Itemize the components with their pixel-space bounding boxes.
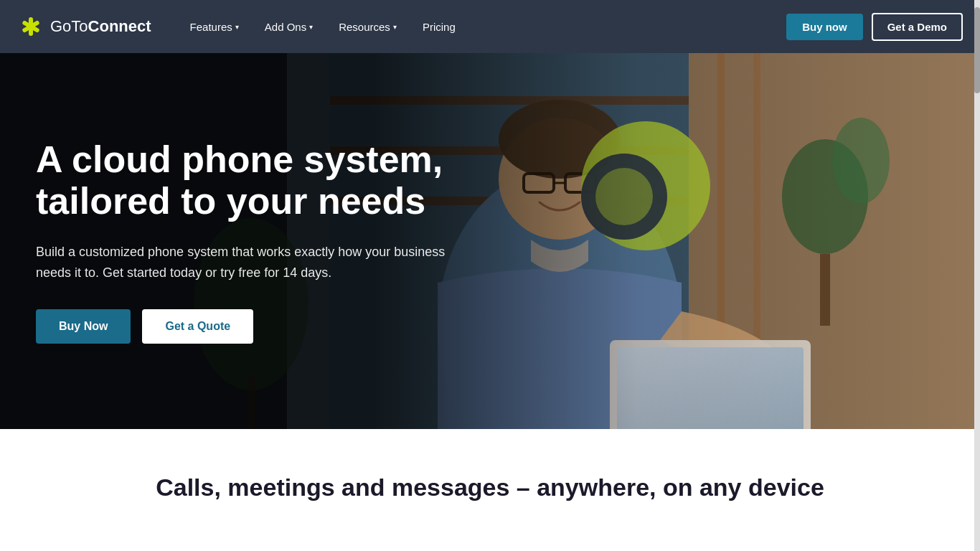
nav-pricing[interactable]: Pricing: [413, 15, 466, 39]
nav-get-demo-button[interactable]: Get a Demo: [872, 13, 963, 41]
below-hero-section: Calls, meetings and messages – anywhere,…: [0, 429, 980, 532]
hero-subtitle: Build a customized phone system that wor…: [36, 242, 452, 283]
nav-features[interactable]: Features ▾: [180, 15, 249, 39]
hero-section: A cloud phone system, tailored to your n…: [0, 53, 980, 429]
nav-buttons: Buy now Get a Demo: [786, 13, 963, 41]
scrollbar-thumb[interactable]: [974, 7, 980, 93]
navbar: GoToConnect Features ▾ Add Ons ▾ Resourc…: [0, 0, 980, 53]
logo-text: GoToConnect: [50, 17, 151, 36]
hero-buttons: Buy Now Get a Quote: [36, 309, 452, 344]
nav-links: Features ▾ Add Ons ▾ Resources ▾ Pricing: [180, 15, 787, 39]
scrollbar[interactable]: [974, 0, 980, 532]
hero-get-quote-button[interactable]: Get a Quote: [142, 309, 253, 344]
hero-buy-now-button[interactable]: Buy Now: [36, 309, 131, 344]
hero-content: A cloud phone system, tailored to your n…: [0, 53, 488, 429]
addons-chevron-icon: ▾: [309, 23, 313, 31]
hero-title: A cloud phone system, tailored to your n…: [36, 138, 452, 222]
logo[interactable]: GoToConnect: [17, 13, 151, 40]
goto-logo-icon: [17, 13, 44, 40]
nav-addons[interactable]: Add Ons ▾: [255, 15, 323, 39]
nav-buy-now-button[interactable]: Buy now: [786, 14, 863, 40]
below-hero-title: Calls, meetings and messages – anywhere,…: [14, 472, 966, 503]
nav-resources[interactable]: Resources ▾: [329, 15, 407, 39]
features-chevron-icon: ▾: [235, 23, 239, 31]
resources-chevron-icon: ▾: [393, 23, 397, 31]
